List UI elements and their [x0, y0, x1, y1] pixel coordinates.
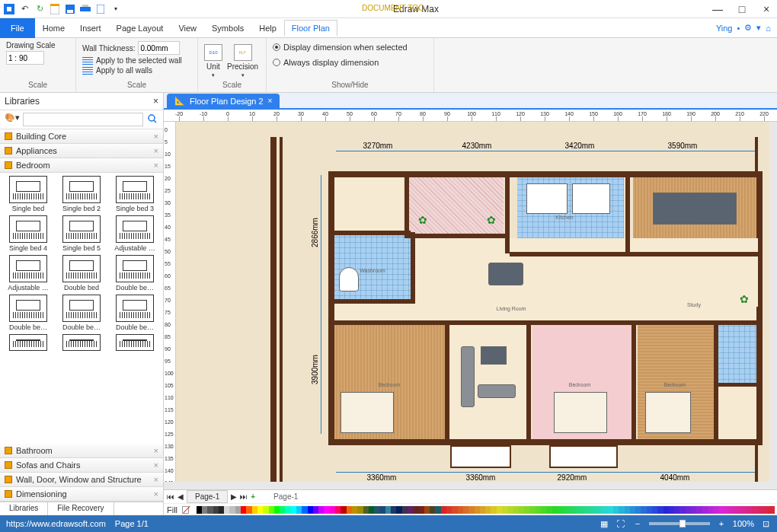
file-menu[interactable]: File [0, 18, 35, 38]
libraries-close-icon[interactable]: × [153, 96, 158, 107]
color-swatch[interactable] [541, 506, 546, 514]
color-swatch[interactable] [257, 506, 263, 514]
color-swatch[interactable] [241, 506, 246, 514]
color-swatch[interactable] [347, 506, 352, 514]
color-swatch[interactable] [574, 506, 580, 514]
sink[interactable] [572, 183, 610, 214]
zoom-fit-icon[interactable]: ⊡ [760, 518, 771, 529]
cat-wall-door[interactable]: Wall, Door, Window and Structure× [0, 473, 163, 487]
color-swatch[interactable] [296, 506, 302, 514]
color-swatch[interactable] [641, 506, 646, 514]
drawing-canvas[interactable]: 3270mm 4230mm 3420mm 3590mm 3360mm 3360m… [176, 122, 769, 482]
page-setup-icon[interactable] [94, 3, 107, 15]
balcony-1[interactable] [450, 445, 511, 468]
shape-single-bed-2[interactable]: Single bed 2 [56, 176, 107, 212]
floor-plan[interactable]: Kitchen Washroom Living Room Study Bedro… [328, 171, 763, 445]
stove[interactable] [526, 183, 568, 214]
color-swatch[interactable] [702, 506, 708, 514]
toilet[interactable] [339, 267, 359, 291]
color-swatch[interactable] [357, 506, 363, 514]
color-swatch[interactable] [747, 506, 752, 514]
shape-extra-2[interactable] [110, 334, 160, 352]
color-swatch[interactable] [497, 506, 502, 514]
color-swatch[interactable] [324, 506, 329, 514]
color-swatch[interactable] [741, 506, 747, 514]
color-swatch[interactable] [408, 506, 413, 514]
color-swatch[interactable] [391, 506, 396, 514]
document-tab-close-icon[interactable]: × [268, 97, 273, 105]
color-swatch[interactable] [630, 506, 635, 514]
sheet-nav-last-icon[interactable]: ⏭ [240, 492, 248, 501]
color-swatch[interactable] [480, 506, 485, 514]
color-swatch[interactable] [452, 506, 457, 514]
color-swatch[interactable] [458, 506, 463, 514]
shape-double-bed[interactable]: Double bed [56, 255, 107, 291]
maximize-button[interactable]: □ [734, 3, 750, 15]
settings-icon[interactable]: ⚙ [744, 23, 752, 33]
color-swatch[interactable] [752, 506, 757, 514]
color-swatch[interactable] [246, 506, 251, 514]
color-swatch[interactable] [686, 506, 691, 514]
shape-double-be-[interactable]: Double be… [3, 295, 53, 331]
color-swatch[interactable] [691, 506, 696, 514]
radio-dim-always[interactable]: Always display dimension [273, 56, 379, 68]
shape-single-bed[interactable]: Single bed [3, 176, 53, 212]
color-swatch[interactable] [713, 506, 718, 514]
shape-double-be-[interactable]: Double be… [110, 255, 160, 291]
color-swatch[interactable] [730, 506, 735, 514]
color-swatch[interactable] [402, 506, 408, 514]
sheet-add-icon[interactable]: + [251, 492, 255, 501]
color-swatch[interactable] [363, 506, 369, 514]
color-swatch[interactable] [696, 506, 702, 514]
color-swatch[interactable] [674, 506, 679, 514]
color-swatch[interactable] [197, 506, 202, 514]
menu-insert[interactable]: Insert [72, 20, 109, 37]
sheet-nav-first-icon[interactable]: ⏮ [167, 492, 174, 501]
color-swatch[interactable] [369, 506, 374, 514]
color-swatch[interactable] [608, 506, 613, 514]
color-swatch[interactable] [580, 506, 585, 514]
user-name[interactable]: Ying [716, 24, 733, 33]
color-swatch[interactable] [424, 506, 430, 514]
redo-icon[interactable]: ↻ [34, 3, 46, 15]
color-swatch[interactable] [385, 506, 391, 514]
color-swatch[interactable] [435, 506, 440, 514]
color-swatch[interactable] [207, 506, 213, 514]
shape-adjustable-[interactable]: Adjustable … [110, 215, 160, 252]
vert-scrollbar[interactable] [769, 122, 777, 482]
color-swatch[interactable] [291, 506, 296, 514]
plant-icon[interactable]: ✿ [418, 214, 427, 226]
color-swatch[interactable] [352, 506, 357, 514]
color-swatch[interactable] [491, 506, 496, 514]
color-swatch[interactable] [507, 506, 513, 514]
color-swatch[interactable] [546, 506, 552, 514]
color-swatch[interactable] [475, 506, 480, 514]
color-swatch[interactable] [446, 506, 452, 514]
shape-adjustable-[interactable]: Adjustable … [3, 255, 53, 291]
precision-button[interactable]: N↗Precision▾ [227, 44, 258, 78]
color-swatch[interactable] [758, 506, 763, 514]
color-swatch[interactable] [213, 506, 219, 514]
color-swatch[interactable] [679, 506, 685, 514]
color-swatch[interactable] [558, 506, 563, 514]
color-swatch[interactable] [202, 506, 207, 514]
search-icon[interactable] [146, 113, 158, 125]
color-swatch[interactable] [341, 506, 346, 514]
color-swatch[interactable] [419, 506, 424, 514]
color-swatch[interactable] [485, 506, 491, 514]
shape-extra-0[interactable] [3, 334, 53, 352]
color-swatch[interactable] [529, 506, 535, 514]
color-swatch[interactable] [235, 506, 241, 514]
color-swatch[interactable] [708, 506, 713, 514]
coffee-table[interactable] [481, 346, 507, 365]
horiz-scrollbar[interactable] [164, 482, 777, 489]
print-icon[interactable] [79, 3, 91, 15]
menu-view[interactable]: View [171, 20, 204, 37]
color-swatch[interactable] [719, 506, 724, 514]
cat-sofas[interactable]: Sofas and Chairs× [0, 458, 163, 473]
shape-extra-1[interactable] [56, 334, 107, 352]
color-swatch[interactable] [269, 506, 274, 514]
color-swatch[interactable] [602, 506, 607, 514]
cat-bathroom[interactable]: Bathroom× [0, 444, 163, 458]
library-search-input[interactable] [23, 113, 143, 126]
